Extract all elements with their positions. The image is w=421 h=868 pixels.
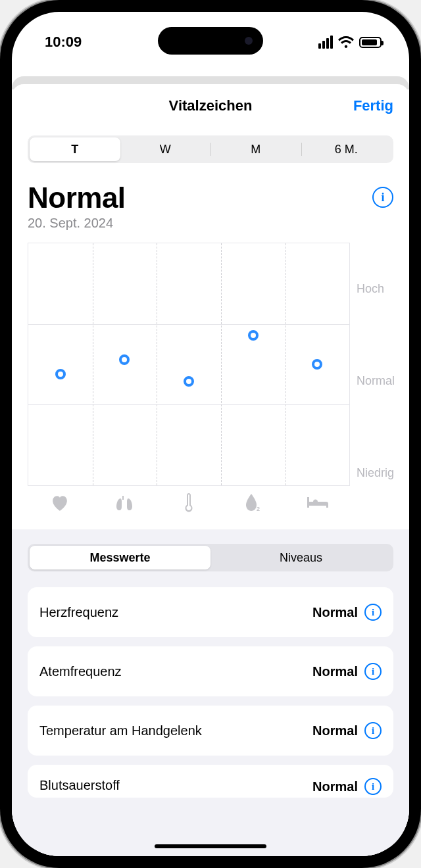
y-label-normal: Normal [357,374,395,388]
chart-point [119,354,130,365]
heart-icon [28,491,92,515]
card-title: Atemfrequenz [39,664,122,679]
time-range-segmented[interactable]: T W M 6 M. [28,135,393,163]
bed-icon [285,491,350,515]
metric-card[interactable]: Blutsauerstoff Normal i [28,765,393,798]
vitals-modal: Vitalzeichen Fertig T W M 6 M. Normal 20… [12,84,409,856]
thermometer-icon [157,491,221,515]
seg-day[interactable]: T [30,137,120,161]
view-segmented[interactable]: Messwerte Niveaus [28,544,393,571]
card-value: Normal [312,723,358,738]
chart-point [248,330,259,341]
seg-6m[interactable]: 6 M. [301,137,392,161]
info-icon[interactable]: i [364,778,382,795]
metric-card[interactable]: Temperatur am Handgelenk Normal i [28,706,393,756]
info-icon[interactable]: i [372,187,393,208]
svg-text:2: 2 [257,506,260,512]
card-title: Blutsauerstoff [39,778,120,793]
y-label-low: Niedrig [357,466,394,479]
info-icon[interactable]: i [364,722,382,739]
chart-point [55,369,66,379]
card-value: Normal [312,605,358,620]
cellular-icon [318,36,333,49]
seg-month[interactable]: M [210,137,301,161]
metric-card[interactable]: Atemfrequenz Normal i [28,646,393,696]
home-indicator[interactable] [155,844,266,848]
y-label-high: Hoch [357,281,384,295]
card-value: Normal [312,779,358,794]
seg-niveaus[interactable]: Niveaus [210,546,391,569]
status-time: 10:09 [45,34,82,51]
page-title: Vitalzeichen [169,97,253,114]
lungs-icon [92,491,157,515]
card-value: Normal [312,664,358,679]
chart-point [184,376,194,387]
card-title: Herzfrequenz [39,605,118,620]
chart-point [312,359,322,370]
vitals-chart: Hoch Normal Niedrig 2 [28,243,393,519]
metric-card[interactable]: Herzfrequenz Normal i [28,587,393,637]
card-title: Temperatur am Handgelenk [39,723,202,738]
seg-week[interactable]: W [120,137,211,161]
dynamic-island [158,27,263,55]
nav-bar: Vitalzeichen Fertig [12,84,409,128]
wifi-icon [338,36,354,48]
info-icon[interactable]: i [364,663,382,680]
seg-messwerte[interactable]: Messwerte [30,546,210,569]
done-button[interactable]: Fertig [353,97,393,114]
info-icon[interactable]: i [364,604,382,621]
battery-icon [359,37,382,48]
drop-o2-icon: 2 [221,491,285,515]
summary-date: 20. Sept. 2024 [28,216,126,231]
summary-status: Normal [28,181,126,214]
